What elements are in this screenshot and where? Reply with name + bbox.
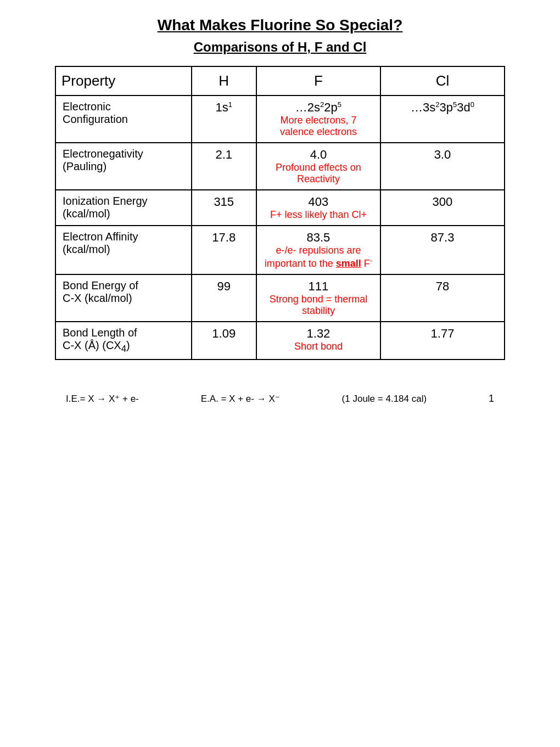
row6-property: Bond Length of C-X (Å) (CX4) [55,322,192,360]
row5-f-value: 111 [264,279,373,294]
row5-property-line2: C-X (kcal/mol) [63,292,132,304]
row1-note: More electrons, 7 valence electrons [264,115,373,138]
row3-f-value: 403 [264,195,373,209]
row2-note: Profound effects on Reactivity [264,162,373,185]
row2-property-line1: Electronegativity [63,148,143,160]
footer-joule: (1 Joule = 4.184 cal) [342,394,427,405]
table-row: Ionization Energy (kcal/mol) 315 403 F+ … [55,190,505,226]
row1-cl: …3s23p53d0 [380,96,505,143]
row2-f: 4.0 Profound effects on Reactivity [256,143,380,190]
row6-h: 1.09 [192,322,256,360]
row2-property-line2: (Pauling) [63,160,107,172]
col-header-property: Property [55,66,192,96]
footer-ie: I.E.= X → X⁺ + e- [66,393,139,405]
row3-property-line1: Ionization Energy [63,195,148,207]
comparison-table: Property H F Cl Electronic Configuration… [55,66,505,360]
col-header-f: F [256,66,380,96]
main-title: What Makes Fluorine So Special? [22,16,538,34]
row1-property: Electronic Configuration [55,96,192,143]
row6-property-line1: Bond Length of [63,327,137,339]
table-header-row: Property H F Cl [55,66,505,96]
row3-property-line2: (kcal/mol) [63,207,110,220]
table-row: Bond Energy of C-X (kcal/mol) 99 111 Str… [55,274,505,322]
row5-f: 111 Strong bond = thermal stability [256,274,380,322]
row4-cl: 87.3 [380,226,505,274]
row4-note: e-/e- repulsions are important to the sm… [264,245,373,269]
row4-property-line1: Electron Affinity [63,231,138,243]
row6-cl: 1.77 [380,322,505,360]
row5-note: Strong bond = thermal stability [264,294,373,317]
row3-h: 315 [192,190,256,226]
row1-cl-value: …3s23p53d0 [388,100,497,115]
table-row: Electronic Configuration 1s1 …2s22p5 Mor… [55,96,505,143]
row4-f-value: 83.5 [264,231,373,245]
table-row: Electronegativity (Pauling) 2.1 4.0 Prof… [55,143,505,190]
row2-h: 2.1 [192,143,256,190]
row3-note: F+ less likely than Cl+ [264,209,373,221]
row6-f: 1.32 Short bond [256,322,380,360]
row4-property: Electron Affinity (kcal/mol) [55,226,192,274]
row6-f-value: 1.32 [264,327,373,341]
row2-f-value: 4.0 [264,148,373,162]
row6-property-line2: C-X (Å) (CX4) [63,339,130,351]
row6-note: Short bond [264,341,373,352]
row5-property: Bond Energy of C-X (kcal/mol) [55,274,192,322]
row1-f: …2s22p5 More electrons, 7 valence electr… [256,96,380,143]
page-number: 1 [489,393,494,405]
row4-f: 83.5 e-/e- repulsions are important to t… [256,226,380,274]
table-row: Bond Length of C-X (Å) (CX4) 1.09 1.32 S… [55,322,505,360]
col-header-cl: Cl [380,66,505,96]
row1-property-line2: Configuration [63,113,128,125]
row1-h: 1s1 [192,96,256,143]
row4-h: 17.8 [192,226,256,274]
row2-cl: 3.0 [380,143,505,190]
row1-property-line1: Electronic [63,100,111,113]
row4-property-line2: (kcal/mol) [63,243,110,255]
row4-note-bold: small [336,258,361,269]
row3-cl: 300 [380,190,505,226]
col-header-h: H [192,66,256,96]
table-row: Electron Affinity (kcal/mol) 17.8 83.5 e… [55,226,505,274]
subtitle: Comparisons of H, F and Cl [22,40,538,55]
row1-f-value: …2s22p5 [264,100,373,115]
footer-ea: E.A. = X + e- → X⁻ [201,393,280,405]
footer: I.E.= X → X⁺ + e- E.A. = X + e- → X⁻ (1 … [55,393,505,405]
row5-property-line1: Bond Energy of [63,279,138,291]
row2-property: Electronegativity (Pauling) [55,143,192,190]
row5-h: 99 [192,274,256,322]
row5-cl: 78 [380,274,505,322]
row3-f: 403 F+ less likely than Cl+ [256,190,380,226]
row3-property: Ionization Energy (kcal/mol) [55,190,192,226]
